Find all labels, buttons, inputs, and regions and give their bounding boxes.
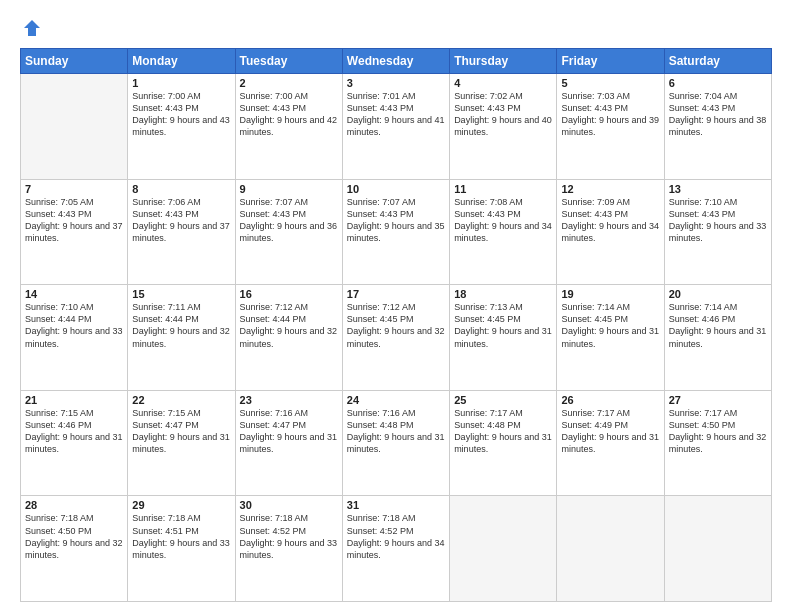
day-number: 10: [347, 183, 445, 195]
day-number: 8: [132, 183, 230, 195]
day-info: Sunrise: 7:11 AMSunset: 4:44 PMDaylight:…: [132, 301, 230, 350]
calendar-cell: 15Sunrise: 7:11 AMSunset: 4:44 PMDayligh…: [128, 285, 235, 391]
calendar-cell: 8Sunrise: 7:06 AMSunset: 4:43 PMDaylight…: [128, 179, 235, 285]
day-number: 5: [561, 77, 659, 89]
calendar-cell: [450, 496, 557, 602]
day-number: 9: [240, 183, 338, 195]
day-number: 18: [454, 288, 552, 300]
day-info: Sunrise: 7:18 AMSunset: 4:52 PMDaylight:…: [240, 512, 338, 561]
header-thursday: Thursday: [450, 49, 557, 74]
calendar-cell: [664, 496, 771, 602]
day-number: 15: [132, 288, 230, 300]
day-info: Sunrise: 7:16 AMSunset: 4:47 PMDaylight:…: [240, 407, 338, 456]
day-info: Sunrise: 7:07 AMSunset: 4:43 PMDaylight:…: [240, 196, 338, 245]
calendar-cell: 9Sunrise: 7:07 AMSunset: 4:43 PMDaylight…: [235, 179, 342, 285]
calendar-cell: 24Sunrise: 7:16 AMSunset: 4:48 PMDayligh…: [342, 390, 449, 496]
week-row-1: 1Sunrise: 7:00 AMSunset: 4:43 PMDaylight…: [21, 74, 772, 180]
day-info: Sunrise: 7:07 AMSunset: 4:43 PMDaylight:…: [347, 196, 445, 245]
header-wednesday: Wednesday: [342, 49, 449, 74]
calendar-cell: 2Sunrise: 7:00 AMSunset: 4:43 PMDaylight…: [235, 74, 342, 180]
calendar-cell: 26Sunrise: 7:17 AMSunset: 4:49 PMDayligh…: [557, 390, 664, 496]
calendar-cell: 13Sunrise: 7:10 AMSunset: 4:43 PMDayligh…: [664, 179, 771, 285]
calendar-cell: 28Sunrise: 7:18 AMSunset: 4:50 PMDayligh…: [21, 496, 128, 602]
day-info: Sunrise: 7:13 AMSunset: 4:45 PMDaylight:…: [454, 301, 552, 350]
page: SundayMondayTuesdayWednesdayThursdayFrid…: [0, 0, 792, 612]
header-saturday: Saturday: [664, 49, 771, 74]
calendar-cell: 19Sunrise: 7:14 AMSunset: 4:45 PMDayligh…: [557, 285, 664, 391]
day-number: 7: [25, 183, 123, 195]
calendar-cell: [21, 74, 128, 180]
day-number: 17: [347, 288, 445, 300]
day-number: 28: [25, 499, 123, 511]
day-info: Sunrise: 7:12 AMSunset: 4:45 PMDaylight:…: [347, 301, 445, 350]
calendar-cell: 29Sunrise: 7:18 AMSunset: 4:51 PMDayligh…: [128, 496, 235, 602]
week-row-2: 7Sunrise: 7:05 AMSunset: 4:43 PMDaylight…: [21, 179, 772, 285]
header-friday: Friday: [557, 49, 664, 74]
day-info: Sunrise: 7:00 AMSunset: 4:43 PMDaylight:…: [132, 90, 230, 139]
day-number: 13: [669, 183, 767, 195]
day-info: Sunrise: 7:17 AMSunset: 4:48 PMDaylight:…: [454, 407, 552, 456]
calendar-cell: 6Sunrise: 7:04 AMSunset: 4:43 PMDaylight…: [664, 74, 771, 180]
day-info: Sunrise: 7:18 AMSunset: 4:50 PMDaylight:…: [25, 512, 123, 561]
day-info: Sunrise: 7:12 AMSunset: 4:44 PMDaylight:…: [240, 301, 338, 350]
day-number: 3: [347, 77, 445, 89]
day-number: 27: [669, 394, 767, 406]
calendar-cell: 27Sunrise: 7:17 AMSunset: 4:50 PMDayligh…: [664, 390, 771, 496]
calendar-cell: 23Sunrise: 7:16 AMSunset: 4:47 PMDayligh…: [235, 390, 342, 496]
day-info: Sunrise: 7:14 AMSunset: 4:45 PMDaylight:…: [561, 301, 659, 350]
day-number: 31: [347, 499, 445, 511]
calendar-header-row: SundayMondayTuesdayWednesdayThursdayFrid…: [21, 49, 772, 74]
header-tuesday: Tuesday: [235, 49, 342, 74]
day-number: 23: [240, 394, 338, 406]
header: [20, 18, 772, 38]
day-number: 30: [240, 499, 338, 511]
calendar-cell: 3Sunrise: 7:01 AMSunset: 4:43 PMDaylight…: [342, 74, 449, 180]
day-info: Sunrise: 7:04 AMSunset: 4:43 PMDaylight:…: [669, 90, 767, 139]
day-info: Sunrise: 7:01 AMSunset: 4:43 PMDaylight:…: [347, 90, 445, 139]
day-info: Sunrise: 7:08 AMSunset: 4:43 PMDaylight:…: [454, 196, 552, 245]
day-number: 14: [25, 288, 123, 300]
day-number: 1: [132, 77, 230, 89]
day-info: Sunrise: 7:18 AMSunset: 4:51 PMDaylight:…: [132, 512, 230, 561]
day-info: Sunrise: 7:17 AMSunset: 4:50 PMDaylight:…: [669, 407, 767, 456]
day-number: 16: [240, 288, 338, 300]
day-number: 29: [132, 499, 230, 511]
calendar-cell: 16Sunrise: 7:12 AMSunset: 4:44 PMDayligh…: [235, 285, 342, 391]
day-number: 19: [561, 288, 659, 300]
calendar-cell: [557, 496, 664, 602]
logo: [20, 18, 42, 38]
day-number: 6: [669, 77, 767, 89]
calendar-cell: 7Sunrise: 7:05 AMSunset: 4:43 PMDaylight…: [21, 179, 128, 285]
day-number: 20: [669, 288, 767, 300]
svg-marker-0: [24, 20, 40, 36]
day-info: Sunrise: 7:10 AMSunset: 4:44 PMDaylight:…: [25, 301, 123, 350]
day-info: Sunrise: 7:17 AMSunset: 4:49 PMDaylight:…: [561, 407, 659, 456]
day-info: Sunrise: 7:14 AMSunset: 4:46 PMDaylight:…: [669, 301, 767, 350]
day-number: 4: [454, 77, 552, 89]
day-info: Sunrise: 7:10 AMSunset: 4:43 PMDaylight:…: [669, 196, 767, 245]
calendar-cell: 31Sunrise: 7:18 AMSunset: 4:52 PMDayligh…: [342, 496, 449, 602]
calendar-cell: 17Sunrise: 7:12 AMSunset: 4:45 PMDayligh…: [342, 285, 449, 391]
calendar-cell: 20Sunrise: 7:14 AMSunset: 4:46 PMDayligh…: [664, 285, 771, 391]
calendar-cell: 18Sunrise: 7:13 AMSunset: 4:45 PMDayligh…: [450, 285, 557, 391]
header-monday: Monday: [128, 49, 235, 74]
calendar-cell: 10Sunrise: 7:07 AMSunset: 4:43 PMDayligh…: [342, 179, 449, 285]
calendar-cell: 12Sunrise: 7:09 AMSunset: 4:43 PMDayligh…: [557, 179, 664, 285]
day-info: Sunrise: 7:06 AMSunset: 4:43 PMDaylight:…: [132, 196, 230, 245]
calendar-cell: 25Sunrise: 7:17 AMSunset: 4:48 PMDayligh…: [450, 390, 557, 496]
day-info: Sunrise: 7:15 AMSunset: 4:46 PMDaylight:…: [25, 407, 123, 456]
day-number: 25: [454, 394, 552, 406]
day-number: 22: [132, 394, 230, 406]
calendar-cell: 22Sunrise: 7:15 AMSunset: 4:47 PMDayligh…: [128, 390, 235, 496]
week-row-3: 14Sunrise: 7:10 AMSunset: 4:44 PMDayligh…: [21, 285, 772, 391]
week-row-5: 28Sunrise: 7:18 AMSunset: 4:50 PMDayligh…: [21, 496, 772, 602]
logo-icon: [22, 18, 42, 38]
day-number: 11: [454, 183, 552, 195]
calendar-cell: 11Sunrise: 7:08 AMSunset: 4:43 PMDayligh…: [450, 179, 557, 285]
calendar-cell: 1Sunrise: 7:00 AMSunset: 4:43 PMDaylight…: [128, 74, 235, 180]
calendar-cell: 21Sunrise: 7:15 AMSunset: 4:46 PMDayligh…: [21, 390, 128, 496]
day-number: 12: [561, 183, 659, 195]
day-info: Sunrise: 7:03 AMSunset: 4:43 PMDaylight:…: [561, 90, 659, 139]
day-info: Sunrise: 7:09 AMSunset: 4:43 PMDaylight:…: [561, 196, 659, 245]
calendar-cell: 4Sunrise: 7:02 AMSunset: 4:43 PMDaylight…: [450, 74, 557, 180]
